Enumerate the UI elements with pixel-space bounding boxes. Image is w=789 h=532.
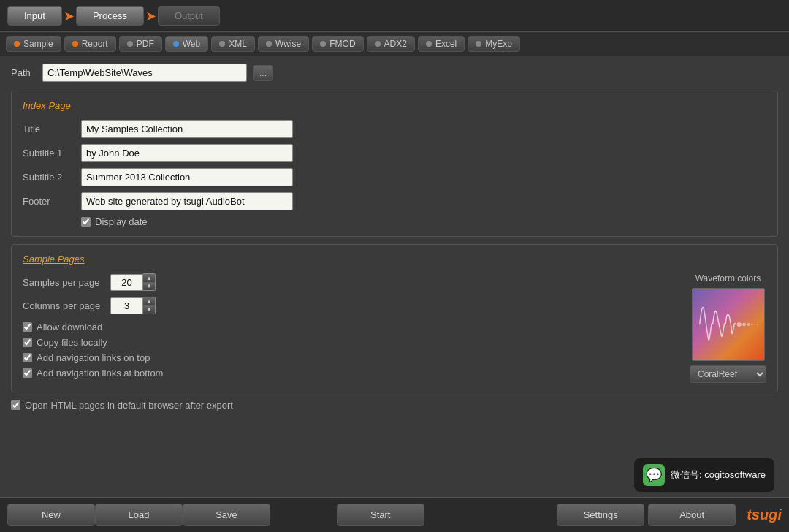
waveform-preview <box>692 288 765 361</box>
process-bar: Input ➤ Process ➤ Output <box>0 0 789 32</box>
new-button[interactable]: New <box>7 503 95 526</box>
columns-up-btn[interactable]: ▲ <box>143 297 155 305</box>
sample-pages-title: Sample Pages <box>23 254 766 265</box>
tab-wwise[interactable]: Wwise <box>258 36 309 52</box>
samples-up-btn[interactable]: ▲ <box>143 274 155 282</box>
title-input[interactable] <box>81 120 293 138</box>
nav-bottom-label: Add navigation links at bottom <box>37 368 163 379</box>
nav-top-label: Add navigation links on top <box>37 352 150 363</box>
start-button[interactable]: Start <box>337 503 424 526</box>
samples-per-page-row: Samples per page ▲ ▼ <box>23 273 675 291</box>
path-label: Path <box>11 67 37 78</box>
tab-bar: Sample Report PDF Web XML Wwise FMOD ADX… <box>0 32 789 56</box>
allow-download-label: Allow download <box>37 322 102 332</box>
samples-spinner-buttons: ▲ ▼ <box>143 273 156 291</box>
tab-label-myexp: MyExp <box>485 39 512 49</box>
tab-pdf[interactable]: PDF <box>119 36 162 52</box>
path-input[interactable] <box>42 64 247 82</box>
tab-report[interactable]: Report <box>64 36 116 52</box>
load-button[interactable]: Load <box>95 503 183 526</box>
bottom-bar: New Load Save Start Settings About tsugi <box>0 497 789 532</box>
svg-point-2 <box>747 323 750 326</box>
svg-point-0 <box>736 322 741 327</box>
tab-label-sample: Sample <box>23 39 53 49</box>
tab-dot-xml <box>219 41 225 47</box>
index-page-title: Index Page <box>23 100 766 111</box>
waveform-section: Waveform colors <box>690 273 766 383</box>
nav-bottom-checkbox[interactable] <box>23 368 32 378</box>
tab-myexp[interactable]: MyExp <box>468 36 520 52</box>
tab-label-excel: Excel <box>435 39 457 49</box>
svg-point-4 <box>754 324 755 325</box>
samples-down-btn[interactable]: ▼ <box>143 282 155 290</box>
settings-button[interactable]: Settings <box>557 503 644 526</box>
tab-dot-wwise <box>266 41 272 47</box>
samples-per-page-label: Samples per page <box>23 277 103 288</box>
allow-download-row: Allow download <box>23 322 675 332</box>
tab-web[interactable]: Web <box>165 36 208 52</box>
columns-per-page-input[interactable] <box>110 297 143 314</box>
browse-button[interactable]: ... <box>253 65 273 81</box>
main-content: Path ... Index Page Title Subtitle 1 Sub… <box>0 56 789 418</box>
tab-label-xml: XML <box>229 39 247 49</box>
waveform-svg <box>693 289 764 360</box>
display-date-label: Display date <box>95 216 148 227</box>
tab-adx2[interactable]: ADX2 <box>367 36 415 52</box>
tab-dot-sample <box>14 41 20 47</box>
tab-label-web: Web <box>183 39 200 49</box>
bottom-right: Settings About tsugi <box>557 503 782 526</box>
step-input[interactable]: Input <box>7 6 62 26</box>
tab-dot-pdf <box>127 41 133 47</box>
columns-per-page-label: Columns per page <box>23 300 103 311</box>
footer-input[interactable] <box>81 192 293 210</box>
about-button[interactable]: About <box>648 503 736 526</box>
footer-label: Footer <box>23 196 74 207</box>
step-output[interactable]: Output <box>158 6 220 26</box>
footer-row: Footer <box>23 192 766 210</box>
columns-spinner-buttons: ▲ ▼ <box>143 297 156 314</box>
open-html-label: Open HTML pages in default browser after… <box>25 400 233 411</box>
arrow-1: ➤ <box>64 10 75 23</box>
waveform-gradient <box>693 289 764 360</box>
subtitle2-row: Subtitle 2 <box>23 168 766 186</box>
tab-dot-fmod <box>320 41 326 47</box>
copy-files-row: Copy files locally <box>23 337 675 348</box>
subtitle1-label: Subtitle 1 <box>23 148 74 159</box>
svg-point-1 <box>742 323 746 327</box>
display-date-checkbox[interactable] <box>81 217 91 227</box>
subtitle2-input[interactable] <box>81 168 293 186</box>
samples-per-page-input[interactable] <box>110 274 143 291</box>
subtitle2-label: Subtitle 2 <box>23 172 74 183</box>
global-check-row: Open HTML pages in default browser after… <box>11 400 778 411</box>
tab-excel[interactable]: Excel <box>418 36 465 52</box>
tab-xml[interactable]: XML <box>211 36 255 52</box>
tab-dot-excel <box>426 41 432 47</box>
path-row: Path ... <box>11 64 778 82</box>
tab-label-report: Report <box>82 39 108 49</box>
tab-sample[interactable]: Sample <box>6 36 61 52</box>
tab-label-adx2: ADX2 <box>384 39 407 49</box>
nav-top-row: Add navigation links on top <box>23 352 675 363</box>
tab-dot-myexp <box>476 41 481 47</box>
wechat-icon: 💬 <box>643 464 665 486</box>
step-process[interactable]: Process <box>76 6 144 26</box>
tsugi-logo: tsugi <box>747 506 782 523</box>
subtitle1-input[interactable] <box>81 144 293 162</box>
tab-label-fmod: FMOD <box>329 39 355 49</box>
sample-left: Samples per page ▲ ▼ Columns per page <box>23 273 675 383</box>
allow-download-checkbox[interactable] <box>23 322 32 332</box>
open-html-checkbox[interactable] <box>11 400 20 410</box>
watermark: 💬 微信号: cogitosoftware <box>634 458 774 492</box>
columns-down-btn[interactable]: ▼ <box>143 305 155 314</box>
sample-pages-panel: Sample Pages Samples per page ▲ ▼ Column… <box>11 244 778 392</box>
tab-dot-adx2 <box>375 41 381 47</box>
title-row: Title <box>23 120 766 138</box>
tab-label-wwise: Wwise <box>275 39 301 49</box>
color-select[interactable]: CoralReef Ocean Sunset Forest Desert <box>690 365 766 383</box>
copy-files-label: Copy files locally <box>37 337 107 348</box>
save-button[interactable]: Save <box>183 503 270 526</box>
tab-label-pdf: PDF <box>137 39 154 49</box>
nav-top-checkbox[interactable] <box>23 353 32 362</box>
tab-fmod[interactable]: FMOD <box>312 36 363 52</box>
copy-files-checkbox[interactable] <box>23 338 32 347</box>
